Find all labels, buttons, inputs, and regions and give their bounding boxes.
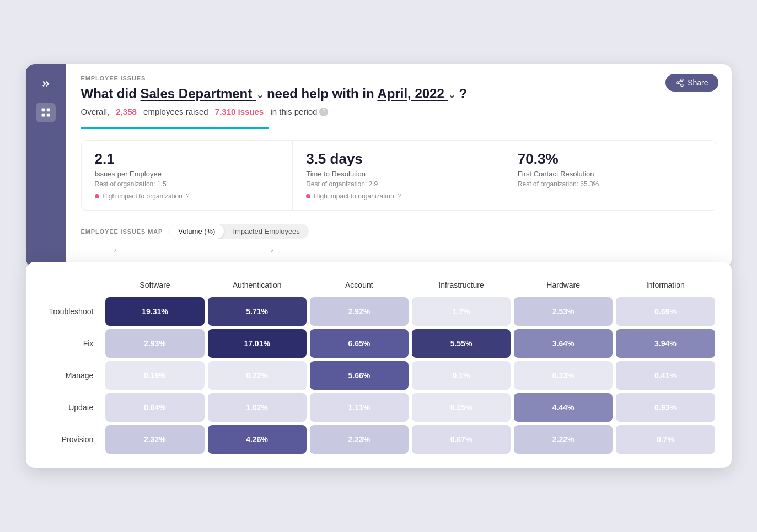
row-label-3: Update (42, 393, 103, 422)
cell-3-0[interactable]: 0.64% (105, 393, 204, 422)
cell-4-5[interactable]: 0.7% (616, 425, 715, 454)
period-selector[interactable]: April, 2022 (377, 86, 448, 101)
metric-card-2: 70.3% First Contact Resolution Rest of o… (504, 141, 716, 210)
cell-0-5[interactable]: 0.69% (616, 297, 715, 326)
row-label-4: Provision (42, 425, 103, 454)
metric-impact-1: High impact to organization ? (306, 192, 491, 200)
sidebar-icon-grid[interactable] (36, 103, 56, 122)
metric-value-2: 70.3% (518, 151, 702, 168)
row-label-2: Manage (42, 361, 103, 390)
map-controls: Employee Issues Map Volume (%) Impacted … (81, 224, 716, 239)
impact-help-1[interactable]: ? (398, 192, 401, 200)
cell-3-5[interactable]: 0.93% (616, 393, 715, 422)
page-wrapper: Employee Issues Share What did Sales Dep… (26, 64, 732, 468)
cell-0-0[interactable]: 19.31% (105, 297, 204, 326)
cell-2-4[interactable]: 0.13% (514, 361, 613, 390)
cell-3-4[interactable]: 4.44% (514, 393, 613, 422)
svg-point-6 (681, 84, 683, 87)
page-label: Employee Issues (81, 75, 716, 82)
dept-selector[interactable]: Sales Department (140, 86, 255, 101)
top-card: Employee Issues Share What did Sales Dep… (26, 64, 732, 267)
metric-org-0: Rest of organization: 1.5 (95, 180, 280, 188)
svg-rect-2 (41, 114, 45, 117)
th-empty (42, 276, 103, 294)
cell-2-3[interactable]: 0.1% (412, 361, 511, 390)
toggle-group: Volume (%) Impacted Employees (169, 224, 309, 239)
heatmap-table: Software Authentication Account Infrastr… (26, 262, 732, 468)
chevron-row: › › (114, 243, 716, 256)
svg-point-4 (681, 79, 683, 81)
metric-label-1: Time to Resolution (306, 170, 491, 178)
toggle-volume[interactable]: Volume (%) (169, 224, 224, 239)
active-bar (81, 127, 269, 129)
sidebar (26, 64, 66, 267)
table-row: Troubleshoot19.31%5.71%2.92%1.7%2.53%0.6… (42, 297, 715, 326)
svg-rect-3 (46, 114, 50, 117)
map-label: Employee Issues Map (81, 228, 163, 235)
cell-4-2[interactable]: 2.23% (310, 425, 409, 454)
table-row: Manage0.19%0.22%5.66%0.1%0.13%0.41% (42, 361, 715, 390)
th-authentication: Authentication (208, 276, 307, 294)
cell-0-3[interactable]: 1.7% (412, 297, 511, 326)
row-label-0: Troubleshoot (42, 297, 103, 326)
cell-4-0[interactable]: 2.32% (105, 425, 204, 454)
cell-1-3[interactable]: 5.55% (412, 329, 511, 358)
th-software: Software (105, 276, 204, 294)
metric-label-2: First Contact Resolution (518, 170, 702, 178)
table-row: Provision2.32%4.26%2.23%0.67%2.22%0.7% (42, 425, 715, 454)
metric-value-1: 3.5 days (306, 151, 491, 168)
cell-1-5[interactable]: 3.94% (616, 329, 715, 358)
cell-2-2[interactable]: 5.66% (310, 361, 409, 390)
toggle-impacted[interactable]: Impacted Employees (224, 224, 308, 239)
cell-0-1[interactable]: 5.71% (208, 297, 307, 326)
th-infrastructure: Infrastructure (412, 276, 511, 294)
cell-1-4[interactable]: 3.64% (514, 329, 613, 358)
cell-1-0[interactable]: 2.93% (105, 329, 204, 358)
metric-org-1: Rest of organization: 2.9 (306, 180, 491, 188)
issues-count: 7,310 issues (215, 107, 264, 116)
share-button[interactable]: Share (665, 74, 718, 92)
cell-2-0[interactable]: 0.19% (105, 361, 204, 390)
cell-0-2[interactable]: 2.92% (310, 297, 409, 326)
impact-dot-1 (306, 194, 310, 198)
svg-line-7 (679, 83, 681, 85)
impact-dot-0 (95, 194, 99, 198)
cell-2-1[interactable]: 0.22% (208, 361, 307, 390)
help-icon[interactable]: ? (319, 108, 328, 116)
svg-point-5 (677, 82, 679, 84)
subtitle: Overall, 2,358 employees raised 7,310 is… (81, 107, 716, 116)
bottom-card: Software Authentication Account Infrastr… (26, 262, 732, 468)
cell-4-3[interactable]: 0.67% (412, 425, 511, 454)
table-row: Fix2.93%17.01%6.65%5.55%3.64%3.94% (42, 329, 715, 358)
chevron-right-2: › (271, 245, 273, 254)
th-account: Account (310, 276, 409, 294)
svg-line-8 (679, 80, 681, 82)
impact-help-0[interactable]: ? (186, 192, 190, 200)
metric-card-1: 3.5 days Time to Resolution Rest of orga… (293, 141, 504, 210)
metric-card-0: 2.1 Issues per Employee Rest of organiza… (82, 141, 293, 210)
cell-1-2[interactable]: 6.65% (310, 329, 409, 358)
cell-3-3[interactable]: 0.15% (412, 393, 511, 422)
th-information: Information (616, 276, 715, 294)
metric-label-0: Issues per Employee (95, 170, 280, 178)
cell-3-2[interactable]: 1.11% (310, 393, 409, 422)
metrics-row: 2.1 Issues per Employee Rest of organiza… (81, 140, 716, 211)
chevron-right-1: › (114, 245, 117, 254)
row-label-1: Fix (42, 329, 103, 358)
cell-3-1[interactable]: 1.02% (208, 393, 307, 422)
cell-4-1[interactable]: 4.26% (208, 425, 307, 454)
svg-rect-1 (46, 109, 50, 112)
metric-impact-0: High impact to organization ? (95, 192, 280, 200)
cell-4-4[interactable]: 2.22% (514, 425, 613, 454)
employees-count: 2,358 (116, 107, 137, 116)
cell-1-1[interactable]: 17.01% (208, 329, 307, 358)
cell-2-5[interactable]: 0.41% (616, 361, 715, 390)
table-row: Update0.64%1.02%1.11%0.15%4.44%0.93% (42, 393, 715, 422)
metric-value-0: 2.1 (95, 151, 280, 168)
cell-0-4[interactable]: 2.53% (514, 297, 613, 326)
main-title: What did Sales Department ⌄ need help wi… (81, 86, 716, 101)
sidebar-icon-arrows[interactable] (36, 74, 56, 94)
svg-rect-0 (41, 109, 45, 112)
th-hardware: Hardware (514, 276, 613, 294)
metric-org-2: Rest of organization: 65.3% (518, 180, 702, 188)
